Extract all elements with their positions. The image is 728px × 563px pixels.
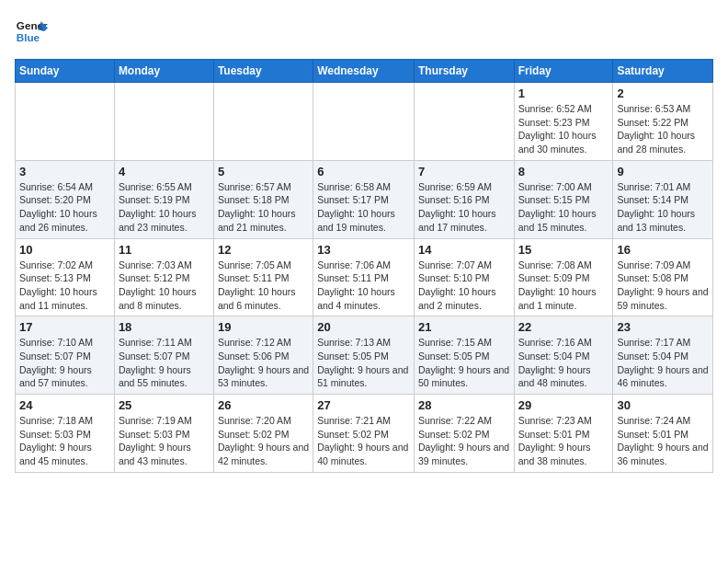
day-cell: 26Sunrise: 7:20 AM Sunset: 5:02 PM Dayli… <box>213 395 313 473</box>
logo: General Blue <box>15 15 48 48</box>
day-info: Sunrise: 7:09 AM Sunset: 5:08 PM Dayligh… <box>617 259 709 313</box>
calendar-table: SundayMondayTuesdayWednesdayThursdayFrid… <box>15 59 713 473</box>
day-cell: 3Sunrise: 6:54 AM Sunset: 5:20 PM Daylig… <box>16 160 115 238</box>
day-number: 1 <box>518 86 609 100</box>
day-cell <box>16 83 115 161</box>
day-info: Sunrise: 7:11 AM Sunset: 5:07 PM Dayligh… <box>119 336 210 390</box>
day-info: Sunrise: 6:59 AM Sunset: 5:16 PM Dayligh… <box>418 180 510 235</box>
weekday-wednesday: Wednesday <box>313 60 415 83</box>
weekday-header-row: SundayMondayTuesdayWednesdayThursdayFrid… <box>16 60 713 83</box>
header: General Blue <box>15 15 713 48</box>
day-cell: 22Sunrise: 7:16 AM Sunset: 5:04 PM Dayli… <box>514 316 613 395</box>
day-cell <box>414 83 514 161</box>
day-cell: 8Sunrise: 7:00 AM Sunset: 5:15 PM Daylig… <box>514 160 613 238</box>
day-number: 20 <box>317 320 410 334</box>
day-info: Sunrise: 7:24 AM Sunset: 5:01 PM Dayligh… <box>617 414 709 468</box>
day-cell: 6Sunrise: 6:58 AM Sunset: 5:17 PM Daylig… <box>313 160 415 238</box>
day-info: Sunrise: 7:21 AM Sunset: 5:02 PM Dayligh… <box>317 414 410 468</box>
day-cell: 17Sunrise: 7:10 AM Sunset: 5:07 PM Dayli… <box>16 316 115 395</box>
day-number: 18 <box>119 320 210 334</box>
week-row-1: 3Sunrise: 6:54 AM Sunset: 5:20 PM Daylig… <box>16 160 713 238</box>
day-number: 14 <box>418 243 510 257</box>
day-cell: 4Sunrise: 6:55 AM Sunset: 5:19 PM Daylig… <box>114 160 213 238</box>
weekday-monday: Monday <box>114 60 213 83</box>
day-cell <box>213 83 313 161</box>
day-cell: 2Sunrise: 6:53 AM Sunset: 5:22 PM Daylig… <box>613 83 713 161</box>
day-info: Sunrise: 7:07 AM Sunset: 5:10 PM Dayligh… <box>418 259 510 313</box>
day-cell: 21Sunrise: 7:15 AM Sunset: 5:05 PM Dayli… <box>414 316 514 395</box>
weekday-saturday: Saturday <box>613 60 713 83</box>
day-info: Sunrise: 7:06 AM Sunset: 5:11 PM Dayligh… <box>317 259 410 313</box>
day-info: Sunrise: 7:17 AM Sunset: 5:04 PM Dayligh… <box>617 336 709 390</box>
day-number: 26 <box>218 398 309 412</box>
day-cell: 23Sunrise: 7:17 AM Sunset: 5:04 PM Dayli… <box>613 316 713 395</box>
day-cell: 25Sunrise: 7:19 AM Sunset: 5:03 PM Dayli… <box>114 395 213 473</box>
day-number: 29 <box>518 398 609 412</box>
day-cell: 7Sunrise: 6:59 AM Sunset: 5:16 PM Daylig… <box>414 160 514 238</box>
day-cell <box>114 83 213 161</box>
day-info: Sunrise: 7:03 AM Sunset: 5:12 PM Dayligh… <box>119 259 210 313</box>
day-info: Sunrise: 7:15 AM Sunset: 5:05 PM Dayligh… <box>418 336 510 390</box>
day-number: 21 <box>418 320 510 334</box>
day-number: 23 <box>617 320 709 334</box>
day-info: Sunrise: 7:23 AM Sunset: 5:01 PM Dayligh… <box>518 414 609 468</box>
day-number: 22 <box>518 320 609 334</box>
day-number: 17 <box>19 320 110 334</box>
day-info: Sunrise: 7:00 AM Sunset: 5:15 PM Dayligh… <box>518 180 609 235</box>
day-cell: 29Sunrise: 7:23 AM Sunset: 5:01 PM Dayli… <box>514 395 613 473</box>
day-number: 27 <box>317 398 410 412</box>
day-number: 25 <box>119 398 210 412</box>
logo-icon: General Blue <box>15 15 48 48</box>
week-row-2: 10Sunrise: 7:02 AM Sunset: 5:13 PM Dayli… <box>16 238 713 316</box>
week-row-0: 1Sunrise: 6:52 AM Sunset: 5:23 PM Daylig… <box>16 83 713 161</box>
day-number: 6 <box>317 165 410 178</box>
day-info: Sunrise: 7:22 AM Sunset: 5:02 PM Dayligh… <box>418 414 510 468</box>
day-cell: 11Sunrise: 7:03 AM Sunset: 5:12 PM Dayli… <box>114 238 213 316</box>
day-cell: 20Sunrise: 7:13 AM Sunset: 5:05 PM Dayli… <box>313 316 415 395</box>
week-row-3: 17Sunrise: 7:10 AM Sunset: 5:07 PM Dayli… <box>16 316 713 395</box>
day-cell: 15Sunrise: 7:08 AM Sunset: 5:09 PM Dayli… <box>514 238 613 316</box>
day-cell: 9Sunrise: 7:01 AM Sunset: 5:14 PM Daylig… <box>613 160 713 238</box>
day-info: Sunrise: 7:20 AM Sunset: 5:02 PM Dayligh… <box>218 414 309 468</box>
day-number: 4 <box>119 165 210 178</box>
day-number: 15 <box>518 243 609 257</box>
day-info: Sunrise: 6:54 AM Sunset: 5:20 PM Dayligh… <box>19 180 110 235</box>
day-number: 30 <box>617 398 709 412</box>
day-number: 8 <box>518 165 609 178</box>
day-cell: 27Sunrise: 7:21 AM Sunset: 5:02 PM Dayli… <box>313 395 415 473</box>
day-number: 7 <box>418 165 510 178</box>
day-info: Sunrise: 7:10 AM Sunset: 5:07 PM Dayligh… <box>19 336 110 390</box>
day-cell: 19Sunrise: 7:12 AM Sunset: 5:06 PM Dayli… <box>213 316 313 395</box>
weekday-friday: Friday <box>514 60 613 83</box>
day-info: Sunrise: 7:13 AM Sunset: 5:05 PM Dayligh… <box>317 336 410 390</box>
day-info: Sunrise: 7:18 AM Sunset: 5:03 PM Dayligh… <box>19 414 110 468</box>
day-info: Sunrise: 6:53 AM Sunset: 5:22 PM Dayligh… <box>617 102 709 156</box>
day-number: 19 <box>218 320 309 334</box>
day-cell: 16Sunrise: 7:09 AM Sunset: 5:08 PM Dayli… <box>613 238 713 316</box>
day-info: Sunrise: 7:08 AM Sunset: 5:09 PM Dayligh… <box>518 259 609 313</box>
day-info: Sunrise: 7:12 AM Sunset: 5:06 PM Dayligh… <box>218 336 309 390</box>
calendar-container: General Blue SundayMondayTuesdayWednesda… <box>0 0 728 484</box>
weekday-tuesday: Tuesday <box>213 60 313 83</box>
day-number: 16 <box>617 243 709 257</box>
day-cell: 18Sunrise: 7:11 AM Sunset: 5:07 PM Dayli… <box>114 316 213 395</box>
day-info: Sunrise: 6:52 AM Sunset: 5:23 PM Dayligh… <box>518 102 609 156</box>
day-cell: 24Sunrise: 7:18 AM Sunset: 5:03 PM Dayli… <box>16 395 115 473</box>
day-info: Sunrise: 6:58 AM Sunset: 5:17 PM Dayligh… <box>317 180 410 235</box>
day-number: 10 <box>19 243 110 257</box>
weekday-thursday: Thursday <box>414 60 514 83</box>
week-row-4: 24Sunrise: 7:18 AM Sunset: 5:03 PM Dayli… <box>16 395 713 473</box>
day-cell: 10Sunrise: 7:02 AM Sunset: 5:13 PM Dayli… <box>16 238 115 316</box>
day-cell: 13Sunrise: 7:06 AM Sunset: 5:11 PM Dayli… <box>313 238 415 316</box>
day-number: 24 <box>19 398 110 412</box>
day-number: 12 <box>218 243 309 257</box>
day-cell: 5Sunrise: 6:57 AM Sunset: 5:18 PM Daylig… <box>213 160 313 238</box>
day-cell: 28Sunrise: 7:22 AM Sunset: 5:02 PM Dayli… <box>414 395 514 473</box>
day-cell: 30Sunrise: 7:24 AM Sunset: 5:01 PM Dayli… <box>613 395 713 473</box>
day-info: Sunrise: 7:05 AM Sunset: 5:11 PM Dayligh… <box>218 259 309 313</box>
day-number: 28 <box>418 398 510 412</box>
day-info: Sunrise: 7:02 AM Sunset: 5:13 PM Dayligh… <box>19 259 110 313</box>
day-number: 5 <box>218 165 309 178</box>
day-info: Sunrise: 7:19 AM Sunset: 5:03 PM Dayligh… <box>119 414 210 468</box>
day-info: Sunrise: 7:01 AM Sunset: 5:14 PM Dayligh… <box>617 180 709 235</box>
